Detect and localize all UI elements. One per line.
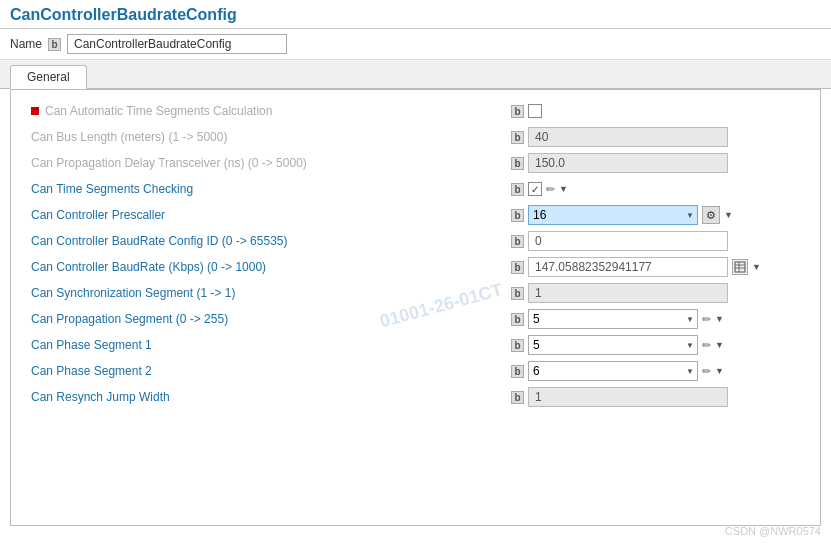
arrow-icon-baudkbps[interactable]: ▼ xyxy=(752,262,761,272)
name-field-icon: b xyxy=(48,38,61,51)
arrow-icon-prescaler[interactable]: ▼ xyxy=(724,210,733,220)
value-resynch: b xyxy=(511,387,808,407)
row-prop-seg: Can Propagation Segment (0 -> 255) b 5 ✏… xyxy=(11,306,820,332)
value-prop-seg: b 5 ✏ ▼ xyxy=(511,309,808,329)
arrow-icon-propseg[interactable]: ▼ xyxy=(715,314,724,324)
field-icon-resynch: b xyxy=(511,391,524,404)
label-prop-seg: Can Propagation Segment (0 -> 255) xyxy=(31,312,511,326)
row-resynch: Can Resynch Jump Width b xyxy=(11,384,820,410)
field-icon-timeseg: b xyxy=(511,183,524,196)
label-baudrate-config-id: Can Controller BaudRate Config ID (0 -> … xyxy=(31,234,511,248)
select-wrapper-phase2: 6 xyxy=(528,361,698,381)
label-prop-delay: Can Propagation Delay Transceiver (ns) (… xyxy=(31,156,511,170)
row-sync-seg: Can Synchronization Segment (1 -> 1) b xyxy=(11,280,820,306)
field-icon-baudkbps: b xyxy=(511,261,524,274)
pencil-icon-phase1[interactable]: ✏ xyxy=(702,339,711,352)
input-resynch[interactable] xyxy=(528,387,728,407)
label-baudrate-kbps: Can Controller BaudRate (Kbps) (0 -> 100… xyxy=(31,260,511,274)
select-phase-seg1[interactable]: 5 xyxy=(528,335,698,355)
input-sync-seg[interactable] xyxy=(528,283,728,303)
row-phase-seg1: Can Phase Segment 1 b 5 ✏ ▼ xyxy=(11,332,820,358)
name-input[interactable] xyxy=(67,34,287,54)
pencil-icon-timeseg[interactable]: ✏ xyxy=(546,183,555,196)
checkbox-time-seg[interactable] xyxy=(528,182,542,196)
row-auto-time-seg: Can Automatic Time Segments Calculation … xyxy=(11,98,820,124)
table-icon-baudrate[interactable] xyxy=(732,259,748,275)
row-prescaler: Can Controller Prescaller b 1 2 4 8 16 3… xyxy=(11,202,820,228)
label-bus-length: Can Bus Length (meters) (1 -> 5000) xyxy=(31,130,511,144)
label-time-seg-check: Can Time Segments Checking xyxy=(31,182,511,196)
select-wrapper-propseg: 5 xyxy=(528,309,698,329)
input-bus-length[interactable] xyxy=(528,127,728,147)
select-prop-seg[interactable]: 5 xyxy=(528,309,698,329)
field-icon-auto: b xyxy=(511,105,524,118)
value-phase-seg1: b 5 ✏ ▼ xyxy=(511,335,808,355)
field-icon-phase1: b xyxy=(511,339,524,352)
gear-button-prescaler[interactable]: ⚙ xyxy=(702,206,720,224)
row-prop-delay: Can Propagation Delay Transceiver (ns) (… xyxy=(11,150,820,176)
value-auto-time-seg: b xyxy=(511,104,808,118)
value-prescaler: b 1 2 4 8 16 32 ⚙ ▼ xyxy=(511,205,808,225)
field-icon-phase2: b xyxy=(511,365,524,378)
arrow-icon-phase2[interactable]: ▼ xyxy=(715,366,724,376)
select-wrapper-prescaler: 1 2 4 8 16 32 xyxy=(528,205,698,225)
value-sync-seg: b xyxy=(511,283,808,303)
input-baudrate-config-id[interactable] xyxy=(528,231,728,251)
value-phase-seg2: b 6 ✏ ▼ xyxy=(511,361,808,381)
label-phase-seg1: Can Phase Segment 1 xyxy=(31,338,511,352)
field-icon-delay: b xyxy=(511,157,524,170)
tabs-bar: General xyxy=(0,60,831,89)
csdn-watermark: CSDN @NWR0574 xyxy=(725,525,821,537)
label-prescaler: Can Controller Prescaller xyxy=(31,208,511,222)
row-time-seg-check: Can Time Segments Checking b ✏ ▼ xyxy=(11,176,820,202)
svg-rect-0 xyxy=(735,262,745,272)
value-baudrate-kbps: b ▼ xyxy=(511,257,808,277)
checkbox-auto-time-seg[interactable] xyxy=(528,104,542,118)
label-sync-seg: Can Synchronization Segment (1 -> 1) xyxy=(31,286,511,300)
select-phase-seg2[interactable]: 6 xyxy=(528,361,698,381)
row-bus-length: Can Bus Length (meters) (1 -> 5000) b xyxy=(11,124,820,150)
label-phase-seg2: Can Phase Segment 2 xyxy=(31,364,511,378)
label-resynch: Can Resynch Jump Width xyxy=(31,390,511,404)
select-wrapper-phase1: 5 xyxy=(528,335,698,355)
content-area: 01001-26-01CT Can Automatic Time Segment… xyxy=(10,89,821,526)
row-baudrate-config-id: Can Controller BaudRate Config ID (0 -> … xyxy=(11,228,820,254)
red-square-icon xyxy=(31,107,39,115)
label-auto-time-seg: Can Automatic Time Segments Calculation xyxy=(31,104,511,118)
arrow-icon-phase1[interactable]: ▼ xyxy=(715,340,724,350)
value-time-seg-check: b ✏ ▼ xyxy=(511,182,808,196)
select-prescaler[interactable]: 1 2 4 8 16 32 xyxy=(528,205,698,225)
field-icon-propseg: b xyxy=(511,313,524,326)
name-row: Name b xyxy=(0,29,831,60)
value-bus-length: b xyxy=(511,127,808,147)
tab-general[interactable]: General xyxy=(10,65,87,89)
page-title: CanControllerBaudrateConfig xyxy=(10,6,821,24)
page-header: CanControllerBaudrateConfig xyxy=(0,0,831,29)
field-icon-sync: b xyxy=(511,287,524,300)
field-icon-presc: b xyxy=(511,209,524,222)
arrow-icon-timeseg[interactable]: ▼ xyxy=(559,184,568,194)
row-phase-seg2: Can Phase Segment 2 b 6 ✏ ▼ xyxy=(11,358,820,384)
field-icon-baudid: b xyxy=(511,235,524,248)
name-label: Name xyxy=(10,37,42,51)
value-prop-delay: b xyxy=(511,153,808,173)
pencil-icon-propseg[interactable]: ✏ xyxy=(702,313,711,326)
field-icon-bus: b xyxy=(511,131,524,144)
input-prop-delay[interactable] xyxy=(528,153,728,173)
input-baudrate-kbps[interactable] xyxy=(528,257,728,277)
row-baudrate-kbps: Can Controller BaudRate (Kbps) (0 -> 100… xyxy=(11,254,820,280)
value-baudrate-config-id: b xyxy=(511,231,808,251)
pencil-icon-phase2[interactable]: ✏ xyxy=(702,365,711,378)
